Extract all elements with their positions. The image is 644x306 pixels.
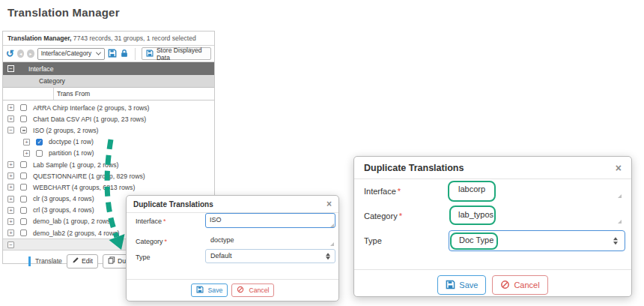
required-marker: * <box>398 187 401 196</box>
cancel-button[interactable]: Cancel <box>492 275 547 295</box>
row-label: partition (1 row) <box>49 149 94 157</box>
collapse-icon[interactable]: − <box>7 242 14 248</box>
refresh-icon[interactable]: ↺ <box>6 49 14 58</box>
accent-bar <box>28 256 31 266</box>
copy-icon <box>108 256 115 266</box>
group-header-interface: − Interface <box>3 62 214 75</box>
dialog-header: Duplicate Translations × <box>354 157 631 179</box>
group-header-interface-label: Interface <box>28 65 53 73</box>
row-label: crl (3 groups, 4 rows) <box>33 206 94 214</box>
tree-row[interactable]: +doctype (1 row) <box>3 136 214 148</box>
category-field-label: Category* <box>136 238 167 245</box>
row-checkbox[interactable] <box>20 196 27 202</box>
expand-icon[interactable]: + <box>7 207 14 214</box>
expand-icon[interactable]: + <box>23 139 30 146</box>
row-label: QUESTIONNAIRE (1 group, 829 rows) <box>33 172 145 180</box>
resize-grip-icon[interactable] <box>330 242 334 246</box>
prev-page-icon[interactable]: ◂ <box>17 50 24 58</box>
interface-field[interactable]: labcorp <box>449 179 625 199</box>
type-select[interactable]: Default <box>205 249 335 263</box>
store-displayed-data-button[interactable]: Store Displayed Data <box>142 47 211 60</box>
save-button[interactable]: Save <box>191 284 228 297</box>
row-label: ISO (2 groups, 2 rows) <box>33 127 98 134</box>
expand-icon[interactable]: + <box>7 218 14 225</box>
row-checkbox[interactable] <box>20 172 27 179</box>
expand-icon[interactable]: + <box>7 104 14 111</box>
row-checkbox[interactable] <box>20 127 27 134</box>
type-select-value: Default <box>210 252 232 260</box>
dialog-footer-divider <box>354 269 631 270</box>
tree-row[interactable]: +partition (1 row) <box>3 148 214 159</box>
expand-icon[interactable]: + <box>7 161 14 168</box>
row-checkbox[interactable] <box>20 218 27 225</box>
type-field-label: Type <box>364 236 382 245</box>
expand-icon[interactable]: + <box>7 230 14 236</box>
row-checkbox[interactable] <box>36 150 43 157</box>
resize-grip-icon[interactable] <box>330 224 334 227</box>
column-header-trans-from: Trans From <box>3 88 214 100</box>
row-label: ARRA Chirp Interface (2 groups, 3 rows) <box>33 104 149 112</box>
save-icon <box>196 286 204 295</box>
interface-label-text: Interface <box>364 187 396 196</box>
view-select[interactable]: Interface/Category <box>37 48 105 60</box>
tree-row[interactable]: +QUESTIONNAIRE (1 group, 829 rows) <box>3 170 214 182</box>
expand-icon[interactable]: + <box>7 184 14 190</box>
tree-row[interactable]: +ARRA Chirp Interface (2 groups, 3 rows) <box>3 102 214 113</box>
close-icon[interactable]: × <box>616 162 622 174</box>
category-field[interactable]: doctype <box>205 234 335 247</box>
expand-icon[interactable]: + <box>7 172 14 179</box>
row-checkbox[interactable] <box>20 230 27 236</box>
collapse-all-icon[interactable]: − <box>7 65 14 72</box>
type-select[interactable]: Doc Type <box>449 230 625 251</box>
row-label: WEBCHART (4 groups, 6813 rows) <box>33 184 135 191</box>
view-select-value: Interface/Category <box>41 50 91 57</box>
row-checkbox[interactable] <box>36 139 43 146</box>
category-label-text: Category <box>364 212 398 220</box>
toolbar-divider <box>135 48 136 60</box>
save-layout-icon[interactable] <box>108 49 117 59</box>
expand-icon[interactable]: + <box>23 150 30 157</box>
tree-row[interactable]: −ISO (2 groups, 2 rows) <box>3 124 214 136</box>
duplicate-translations-dialog-small: Duplicate Translations × Interface* ISO … <box>126 195 339 302</box>
tree-row[interactable]: +WEBCHART (4 groups, 6813 rows) <box>3 182 214 193</box>
cancel-button-label: Cancel <box>514 280 539 290</box>
row-checkbox[interactable] <box>20 104 27 111</box>
expand-icon[interactable]: + <box>7 116 14 122</box>
close-icon[interactable]: × <box>326 199 332 209</box>
save-button[interactable]: Save <box>437 275 486 295</box>
category-label-text: Category <box>136 238 163 245</box>
expand-icon[interactable]: + <box>7 196 14 202</box>
cancel-button-label: Cancel <box>249 286 269 294</box>
save-icon <box>446 280 455 291</box>
save-button-label: Save <box>208 286 223 294</box>
interface-field[interactable]: ISO <box>205 213 335 228</box>
tree-row[interactable]: +Chart Data CSV API (1 group, 23 rows) <box>3 113 214 124</box>
next-page-icon[interactable]: ▸ <box>27 50 34 58</box>
chevron-down-icon <box>96 50 101 56</box>
resize-grip-icon[interactable] <box>618 220 622 224</box>
required-marker: * <box>165 238 168 245</box>
row-checkbox[interactable] <box>20 161 27 168</box>
cancel-button[interactable]: Cancel <box>231 284 274 297</box>
record-summary-title: Translation Manager, <box>7 34 71 42</box>
select-arrows-icon <box>613 237 618 244</box>
collapse-icon[interactable]: − <box>7 127 14 134</box>
tree-row[interactable]: +Lab Sample (1 group, 2 rows) <box>3 159 214 170</box>
dialog-footer: Save Cancel <box>127 284 338 297</box>
row-checkbox[interactable] <box>20 116 27 122</box>
dialog-title: Duplicate Translations <box>364 163 464 173</box>
row-label: doctype (1 row) <box>49 138 94 146</box>
lock-icon[interactable] <box>120 49 129 59</box>
select-arrows-icon <box>326 253 330 260</box>
category-field-label: Category* <box>364 212 402 220</box>
row-label: Lab Sample (1 group, 2 rows) <box>33 161 118 169</box>
duplicate-translations-dialog-large: Duplicate Translations × Interface* labc… <box>353 156 632 297</box>
type-field-label: Type <box>136 254 151 261</box>
dialog-header: Duplicate Translations × <box>127 196 338 213</box>
resize-grip-icon[interactable] <box>618 194 622 198</box>
edit-button[interactable]: Edit <box>67 254 98 268</box>
category-field[interactable]: lab_typos <box>449 205 625 224</box>
row-checkbox[interactable] <box>20 207 27 214</box>
interface-label-text: Interface <box>136 218 162 225</box>
row-checkbox[interactable] <box>20 184 27 190</box>
